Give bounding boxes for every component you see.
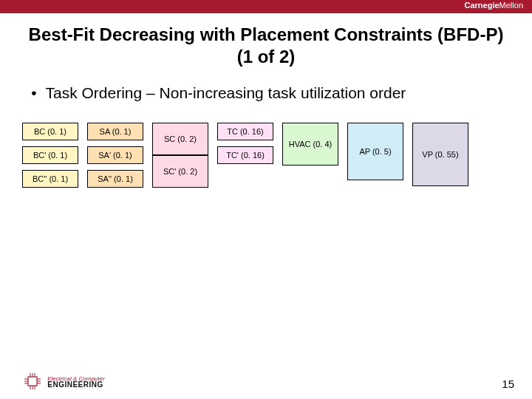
- box-sa: SA (0. 1): [87, 123, 143, 140]
- task-boxes: BC (0. 1) BC' (0. 1) BC'' (0. 1) SA (0. …: [22, 123, 532, 233]
- box-bc1: BC' (0. 1): [22, 146, 78, 164]
- box-bc2: BC'' (0. 1): [22, 170, 78, 188]
- box-vp: VP (0. 55): [412, 123, 468, 186]
- box-sc1: SC' (0. 2): [152, 155, 208, 188]
- page-number: 15: [502, 378, 514, 390]
- box-hvac: HVAC (0. 4): [282, 123, 338, 166]
- bullet-line: • Task Ordering – Non-increasing task ut…: [27, 84, 532, 102]
- wordmark-carnegie: Carnegie: [465, 1, 499, 10]
- dept-engineering: ENGINEERING: [47, 381, 103, 389]
- box-ap: AP (0. 5): [347, 123, 403, 180]
- chip-icon: [22, 372, 43, 392]
- box-sa2: SA'' (0. 1): [87, 170, 143, 188]
- brand-bar: CarnegieMellon: [0, 0, 532, 13]
- bullet-text: Task Ordering – Non-increasing task util…: [45, 84, 406, 101]
- box-sa1: SA' (0. 1): [87, 146, 143, 164]
- wordmark-mellon: Mellon: [499, 1, 523, 10]
- svg-rect-0: [28, 377, 37, 386]
- box-tc1: TC' (0. 16): [217, 146, 273, 164]
- dept-logo: Electrical & Computer ENGINEERING: [22, 372, 105, 392]
- wordmark: CarnegieMellon: [465, 1, 523, 10]
- bullet-dot: •: [27, 84, 41, 102]
- slide-title: Best-Fit Decreasing with Placement Const…: [22, 24, 510, 68]
- box-bc: BC (0. 1): [22, 123, 78, 140]
- box-sc: SC (0. 2): [152, 123, 208, 155]
- box-tc: TC (0. 16): [217, 123, 273, 140]
